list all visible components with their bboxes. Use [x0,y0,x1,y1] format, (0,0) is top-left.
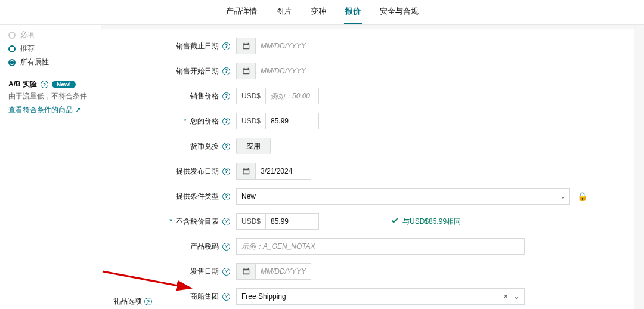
label: 您的价格 [190,116,219,126]
clear-icon[interactable]: × [500,292,512,301]
lock-icon: 🔒 [577,191,587,201]
label: 销售价格 [190,91,219,101]
ship-group-value: Free Shipping [242,292,286,301]
notax-price-input[interactable] [265,213,319,230]
row-ship-group: 商船集团? Free Shipping × ⌄ [101,284,634,309]
sidebar-option-required[interactable]: 必填 [8,30,93,40]
help-icon[interactable]: ? [222,143,230,150]
calendar-icon [242,67,250,75]
main-content: 销售截止日期? 销售开始日期? 销售价格? USD$ [101,25,644,309]
apply-button[interactable]: 应用 [236,138,271,154]
sale-end-date-input[interactable] [255,38,311,54]
tab-safety[interactable]: 安全与合规 [379,6,420,24]
chevron-down-icon: ⌄ [513,292,519,301]
label: 提供发布日期 [176,166,219,177]
help-icon[interactable]: ? [222,268,230,276]
calendar-button[interactable] [236,63,255,79]
radio-label: 必填 [20,30,35,40]
gift-options-label: 礼品选项 ? [113,296,152,307]
help-icon[interactable]: ? [41,81,48,88]
currency-prefix: USD$ [236,213,265,230]
release-date-input[interactable] [255,163,311,180]
help-icon[interactable]: ? [222,193,230,200]
check-icon [391,217,399,225]
sale-date-input[interactable] [255,263,311,280]
tab-offer[interactable]: 报价 [344,6,362,24]
help-icon[interactable]: ? [222,243,230,251]
calendar-button[interactable] [236,163,255,180]
new-badge: New! [52,81,76,88]
link-text: 查看符合条件的商品 [8,105,73,115]
help-icon[interactable]: ? [222,293,230,301]
ab-title: A/B 实验 [8,79,37,89]
tab-variants[interactable]: 变种 [309,6,327,24]
help-icon[interactable]: ? [222,168,230,175]
radio-label: 推荐 [20,44,35,54]
radio-label: 所有属性 [20,57,49,67]
top-tabs: 产品详情 图片 变种 报价 安全与合规 [0,0,644,25]
label: 销售截止日期 [176,41,219,51]
sidebar: 必填 推荐 所有属性 A/B 实验 ? New! 由于流量低，不符合条件 查看符… [0,25,101,309]
required-mark: * [184,117,187,125]
row-sale-price: 销售价格? USD$ [101,84,634,109]
help-icon[interactable]: ? [222,218,230,225]
row-offer-release-date: 提供发布日期? [101,159,634,184]
row-your-price: *您的价格? USD$ [101,109,634,134]
check-text: 与USD$85.99相同 [402,217,461,227]
radio-icon [8,59,16,66]
row-sale-date: 发售日期? [101,259,634,284]
ab-note: 由于流量低，不符合条件 [8,92,93,101]
calendar-icon [242,267,250,276]
help-icon[interactable]: ? [222,118,230,125]
radio-icon [8,45,16,52]
label-text: 礼品选项 [113,296,142,307]
condition-type-select[interactable] [236,188,570,205]
row-tax-code: 产品税码? [101,234,634,259]
row-sale-end-date: 销售截止日期? [101,33,634,58]
currency-prefix: USD$ [236,88,265,104]
tax-code-input[interactable] [236,238,525,255]
form-panel: 销售截止日期? 销售开始日期? 销售价格? USD$ [101,29,634,309]
sale-price-input[interactable] [265,88,319,104]
row-sale-start-date: 销售开始日期? [101,58,634,84]
help-icon[interactable]: ? [222,67,230,75]
currency-prefix: USD$ [236,113,265,129]
sidebar-option-recommended[interactable]: 推荐 [8,44,93,54]
label: 产品税码 [190,242,219,252]
calendar-icon [242,42,250,50]
ab-eligible-link[interactable]: 查看符合条件的商品 ↗ [8,105,81,115]
tab-images[interactable]: 图片 [275,6,293,24]
label: 不含税价目表 [176,217,219,227]
label: 发售日期 [190,267,219,277]
row-notax-price: *不含税价目表? USD$ 与USD$85.99相同 [101,209,634,234]
label: 提供条件类型 [176,191,219,202]
sale-start-date-input[interactable] [255,63,311,79]
calendar-button[interactable] [236,38,255,54]
label: 货币兑换 [190,141,219,152]
label: 销售开始日期 [176,66,219,76]
label: 商船集团 [190,292,219,302]
row-condition-type: 提供条件类型? ⌄ 🔒 [101,184,634,209]
calendar-button[interactable] [236,263,255,280]
ab-experiment-header: A/B 实验 ? New! [8,79,93,89]
help-icon[interactable]: ? [222,42,230,50]
your-price-input[interactable] [265,113,319,129]
price-match-confirmation: 与USD$85.99相同 [391,217,461,227]
ship-group-select[interactable]: Free Shipping × ⌄ [236,288,525,305]
help-icon[interactable]: ? [144,298,152,305]
row-currency-exchange: 货币兑换? 应用 [101,134,634,159]
radio-icon [8,32,16,39]
required-mark: * [169,217,172,225]
calendar-icon [242,167,250,175]
tab-product-details[interactable]: 产品详情 [225,6,258,24]
sidebar-option-all[interactable]: 所有属性 [8,57,93,67]
external-icon: ↗ [75,106,81,114]
help-icon[interactable]: ? [222,92,230,100]
